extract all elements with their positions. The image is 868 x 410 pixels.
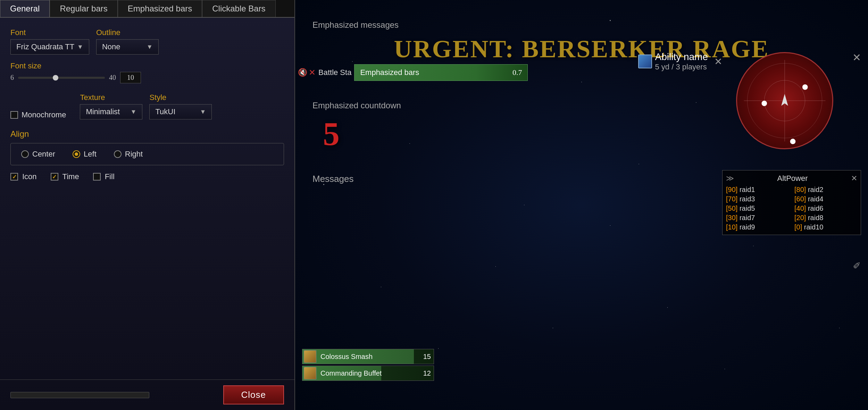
altpower-header: ≫ AltPower ✕ — [726, 174, 857, 183]
altpower-item-raid4: [60] raid4 — [794, 195, 857, 203]
altpower-close-icon[interactable]: ✕ — [851, 174, 857, 183]
altpower-item-raid8: [20] raid8 — [794, 214, 857, 222]
style-value: TukUI — [155, 107, 175, 116]
altpower-item-raid9: [10] raid9 — [726, 223, 789, 231]
fontsize-value[interactable]: 10 — [120, 72, 141, 83]
time-checkbox[interactable] — [51, 173, 58, 181]
commanding-buffet-bar: Commanding Buffet 12 — [302, 366, 434, 381]
align-center-option[interactable]: Center — [21, 150, 55, 159]
monochrome-field: Monochrome — [10, 110, 66, 119]
altpower-item-raid3: [70] raid3 — [726, 195, 789, 203]
outline-field-group: Outline None ▼ — [96, 28, 159, 55]
align-left-option[interactable]: Left — [73, 150, 97, 159]
style-arrow: ▼ — [200, 108, 206, 116]
altpower-title: AltPower — [777, 174, 808, 183]
settings-panel: General Regular bars Emphasized bars Cli… — [0, 0, 295, 410]
right-panel: Emphasized messages URGENT: BERSERKER RA… — [295, 0, 868, 410]
align-right-option[interactable]: Right — [114, 150, 143, 159]
texture-label: Texture — [80, 93, 142, 102]
ability-close-icon[interactable]: ✕ — [714, 56, 722, 67]
monochrome-label: Monochrome — [22, 110, 66, 119]
align-left-label: Left — [84, 150, 97, 159]
altpower-item-raid6: [40] raid6 — [794, 204, 857, 212]
fill-toggle-group: Fill — [93, 172, 115, 181]
pct-raid8: [20] — [794, 214, 806, 221]
monochrome-checkbox[interactable] — [10, 111, 18, 119]
altpower-panel: ≫ AltPower ✕ [90] raid1 [80] raid2 [70] … — [722, 170, 861, 235]
bottom-progress-bar — [10, 392, 149, 398]
align-right-label: Right — [125, 150, 143, 159]
countdown-number: 5 — [323, 115, 340, 153]
svg-point-5 — [761, 101, 767, 106]
align-center-label: Center — [32, 150, 55, 159]
outline-arrow: ▼ — [147, 43, 153, 51]
align-center-radio[interactable] — [21, 150, 29, 158]
icon-toggle-group: Icon — [10, 172, 37, 181]
style-dropdown[interactable]: TukUI ▼ — [149, 104, 212, 119]
ability-range: 5 yd / 3 players — [655, 62, 708, 72]
time-toggle-group: Time — [51, 172, 79, 181]
close-button[interactable]: Close — [223, 385, 284, 404]
emphasized-bar-value: 0.7 — [512, 68, 522, 77]
ability-info: Ability name 5 yd / 3 players — [655, 51, 708, 72]
cross-icon: ✕ — [309, 68, 316, 77]
fontsize-slider[interactable] — [18, 77, 105, 79]
toggle-row: Icon Time Fill — [10, 172, 284, 181]
volume-icon: 🔇 — [295, 68, 307, 77]
texture-dropdown[interactable]: Minimalist ▼ — [80, 104, 142, 119]
ability-icon — [638, 55, 652, 68]
style-field-group: Style TukUI ▼ — [149, 93, 212, 119]
align-section: Align Center Left Right — [10, 129, 284, 165]
outline-dropdown[interactable]: None ▼ — [96, 39, 159, 55]
messages-label: Messages — [312, 174, 354, 184]
font-arrow: ▼ — [77, 43, 83, 51]
pct-raid9: [10] — [726, 223, 737, 231]
tab-general[interactable]: General — [0, 0, 50, 17]
texture-value: Minimalist — [86, 107, 120, 116]
icon-label: Icon — [22, 172, 37, 181]
svg-point-4 — [802, 84, 808, 90]
emphasized-bar-row: 🔇 ✕ Battle Sta Emphasized bars 0.7 — [295, 64, 538, 81]
altpower-item-raid7: [30] raid7 — [726, 214, 789, 222]
slider-thumb[interactable] — [53, 75, 58, 81]
radar-circle — [736, 52, 833, 149]
fill-checkbox[interactable] — [93, 173, 101, 181]
altpower-item-raid1: [90] raid1 — [726, 186, 789, 194]
svg-point-6 — [790, 139, 796, 144]
tab-emphasized-bars[interactable]: Emphasized bars — [118, 0, 202, 17]
emphasized-messages-label: Emphasized messages — [312, 20, 399, 30]
commanding-buffet-icon — [304, 367, 316, 379]
commanding-buffet-icon-img — [304, 367, 316, 379]
fill-label: Fill — [105, 172, 115, 181]
outline-value: None — [102, 42, 120, 51]
radar-widget — [736, 52, 833, 149]
font-dropdown[interactable]: Friz Quadrata TT ▼ — [10, 39, 89, 55]
fontsize-min: 6 — [10, 74, 14, 82]
emphasized-countdown-label: Emphasized countdown — [312, 101, 401, 110]
panel-content: Font Friz Quadrata TT ▼ Outline None ▼ F… — [0, 18, 294, 379]
tab-clickable-bars[interactable]: Clickable Bars — [202, 0, 275, 17]
panel-close-icon[interactable]: ✕ — [852, 51, 861, 64]
altpower-item-raid10: [0] raid10 — [794, 223, 857, 231]
pct-raid5: [50] — [726, 204, 737, 212]
texture-arrow: ▼ — [131, 108, 137, 116]
tabs-bar: General Regular bars Emphasized bars Cli… — [0, 0, 294, 18]
emphasized-bar: Emphasized bars 0.7 — [354, 64, 528, 81]
commanding-buffet-text: Commanding Buffet — [318, 369, 423, 377]
battle-stance-text: Battle Sta — [316, 68, 354, 77]
align-right-radio[interactable] — [114, 150, 122, 158]
tab-regular-bars[interactable]: Regular bars — [50, 0, 117, 17]
font-label: Font — [10, 28, 89, 37]
style-label: Style — [149, 93, 212, 102]
ability-name-group: Ability name 5 yd / 3 players ✕ — [638, 51, 722, 72]
bottom-bar: Close — [0, 379, 294, 410]
outline-label: Outline — [96, 28, 159, 37]
pct-raid6: [40] — [794, 204, 806, 212]
pct-raid4: [60] — [794, 195, 806, 203]
texture-field-group: Texture Minimalist ▼ — [80, 93, 142, 119]
pct-raid7: [30] — [726, 214, 737, 221]
pct-raid3: [70] — [726, 195, 737, 203]
icon-checkbox[interactable] — [10, 173, 18, 181]
fontsize-max: 40 — [109, 74, 116, 82]
align-left-radio[interactable] — [73, 150, 80, 158]
